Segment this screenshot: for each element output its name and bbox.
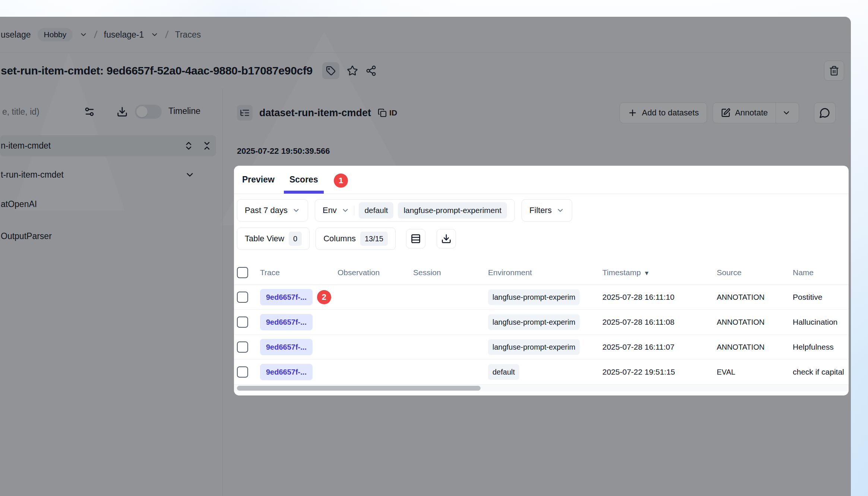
header-actions: Add to datasets Annotate: [620, 102, 836, 123]
date-range-button[interactable]: Past 7 days: [237, 199, 308, 222]
plan-badge: Hobby: [38, 28, 73, 41]
breadcrumb-current[interactable]: Traces: [175, 30, 201, 40]
trace-link[interactable]: 9ed6657f-...: [260, 314, 313, 330]
environment-chip: default: [488, 364, 519, 380]
row-checkbox[interactable]: [237, 341, 248, 353]
divider: [354, 206, 355, 215]
row-timestamp: 2025-07-22 19:51:15: [602, 368, 717, 376]
table-row[interactable]: 9ed6657f-...2 langfuse-prompt-experim 20…: [234, 285, 849, 310]
row-timestamp: 2025-07-28 16:11:10: [602, 293, 717, 302]
search-input[interactable]: e, title, id): [2, 107, 39, 117]
row-height-button[interactable]: [406, 229, 425, 248]
collapse-all-icon[interactable]: [202, 141, 212, 151]
table-row[interactable]: 9ed6657f-... default 2025-07-22 19:51:15…: [234, 360, 849, 385]
column-header-session[interactable]: Session: [413, 268, 488, 277]
env-value-chip[interactable]: langfuse-prompt-experiment: [398, 202, 507, 219]
item-timestamp: 2025-07-22 19:50:39.566: [237, 146, 330, 156]
row-checkbox[interactable]: [237, 366, 248, 378]
table-view-button[interactable]: Table View 0: [237, 228, 310, 250]
columns-button[interactable]: Columns 13/15: [316, 228, 396, 250]
row-checkbox[interactable]: [237, 292, 248, 303]
add-to-datasets-button[interactable]: Add to datasets: [620, 102, 707, 123]
row-source: ANNOTATION: [717, 318, 793, 327]
table-header: Trace Observation Session Environment Ti…: [234, 261, 849, 285]
tree-item-label: atOpenAI: [1, 199, 37, 209]
breadcrumb-separator: /: [165, 29, 169, 41]
detail-header: dataset-run-item-cmdet ID: [237, 102, 397, 123]
env-filter-control[interactable]: Env default langfuse-prompt-experiment: [315, 199, 515, 222]
filter-settings-button[interactable]: [83, 105, 96, 118]
expand-all-icon[interactable]: [184, 141, 194, 151]
table-row[interactable]: 9ed6657f-... langfuse-prompt-experim 202…: [234, 310, 849, 335]
column-header-observation[interactable]: Observation: [338, 268, 413, 277]
download-tree-button[interactable]: [115, 105, 129, 118]
environment-chip: langfuse-prompt-experim: [488, 289, 580, 305]
tree-item-selected[interactable]: n-item-cmdet: [0, 135, 216, 156]
column-header-source[interactable]: Source: [717, 268, 793, 277]
download-icon: [441, 233, 452, 244]
scrollbar-thumb[interactable]: [237, 386, 481, 391]
trace-link[interactable]: 9ed6657f-...: [260, 339, 313, 355]
tab-bar: Preview Scores 1: [234, 166, 849, 194]
env-value-chip[interactable]: default: [359, 202, 393, 219]
export-button[interactable]: [437, 229, 456, 248]
trace-link[interactable]: 9ed6657f-...: [260, 289, 313, 305]
trace-link[interactable]: 9ed6657f-...: [260, 364, 313, 380]
filters-button[interactable]: Filters: [522, 199, 572, 222]
annotate-split-button[interactable]: Annotate: [713, 102, 799, 123]
delete-button[interactable]: [824, 61, 844, 81]
row-timestamp: 2025-07-28 16:11:08: [602, 318, 717, 327]
column-header-timestamp[interactable]: Timestamp▼: [602, 268, 717, 277]
chevron-down-icon: [341, 206, 349, 214]
title-bar: set-run-item-cmdet: 9ed6657f-52a0-4aac-9…: [0, 53, 851, 89]
bookmark-star-button[interactable]: [347, 65, 358, 76]
row-source: ANNOTATION: [717, 293, 793, 302]
download-icon: [117, 106, 128, 117]
sliders-icon: [84, 106, 95, 117]
row-name: Hallucination: [793, 318, 849, 327]
copy-id-button[interactable]: ID: [378, 108, 397, 117]
tab-scores[interactable]: Scores: [289, 166, 318, 194]
row-name: Helpfulness: [793, 343, 849, 352]
column-header-trace[interactable]: Trace: [260, 268, 338, 277]
trash-icon: [829, 66, 839, 76]
column-header-name[interactable]: Name: [793, 268, 849, 277]
filters-row: Past 7 days Env default langfuse-prompt-…: [237, 199, 572, 222]
chevron-down-icon[interactable]: [79, 31, 88, 39]
list-tree-icon: [237, 105, 253, 121]
chevron-down-icon[interactable]: [151, 31, 159, 39]
share-icon: [365, 65, 377, 76]
sort-desc-icon: ▼: [644, 270, 650, 276]
annotation-marker-2: 2: [317, 290, 331, 304]
app-window: uselage Hobby / fuselage-1 / Traces set-…: [0, 17, 851, 496]
timeline-toggle[interactable]: [135, 105, 162, 119]
horizontal-scrollbar[interactable]: [234, 384, 849, 391]
toggle-knob: [136, 106, 148, 117]
chevron-down-icon: [556, 206, 564, 214]
comments-button[interactable]: [814, 102, 836, 123]
timeline-label: Timeline: [168, 106, 200, 116]
table-row[interactable]: 9ed6657f-... langfuse-prompt-experim 202…: [234, 335, 849, 360]
column-header-environment[interactable]: Environment: [488, 268, 602, 277]
table-toolbar: Table View 0 Columns 13/15: [237, 228, 456, 250]
add-tag-button[interactable]: [322, 62, 339, 79]
tag-icon: [326, 66, 336, 76]
table-view-count: 0: [289, 232, 302, 246]
share-button[interactable]: [365, 65, 377, 76]
tree-item-label: n-item-cmdet: [1, 141, 51, 151]
breadcrumb: uselage Hobby / fuselage-1 / Traces: [0, 17, 851, 53]
select-all-checkbox[interactable]: [237, 267, 248, 278]
tree-item[interactable]: t-run-item-cmdet: [0, 164, 64, 185]
tree-item[interactable]: atOpenAI: [0, 194, 37, 215]
breadcrumb-project[interactable]: fuselage-1: [104, 30, 144, 40]
breadcrumb-org[interactable]: uselage: [1, 30, 31, 40]
tab-preview[interactable]: Preview: [242, 166, 275, 194]
environment-chip: langfuse-prompt-experim: [488, 339, 580, 355]
tree-item[interactable]: OutputParser: [0, 226, 52, 247]
row-checkbox[interactable]: [237, 317, 248, 328]
chevron-down-icon[interactable]: [185, 170, 195, 180]
item-name: dataset-run-item-cmdet: [259, 107, 371, 119]
columns-count: 13/15: [360, 232, 388, 246]
annotate-dropdown[interactable]: [776, 103, 791, 123]
sidebar-search-row: e, title, id) Timeline: [0, 102, 222, 122]
